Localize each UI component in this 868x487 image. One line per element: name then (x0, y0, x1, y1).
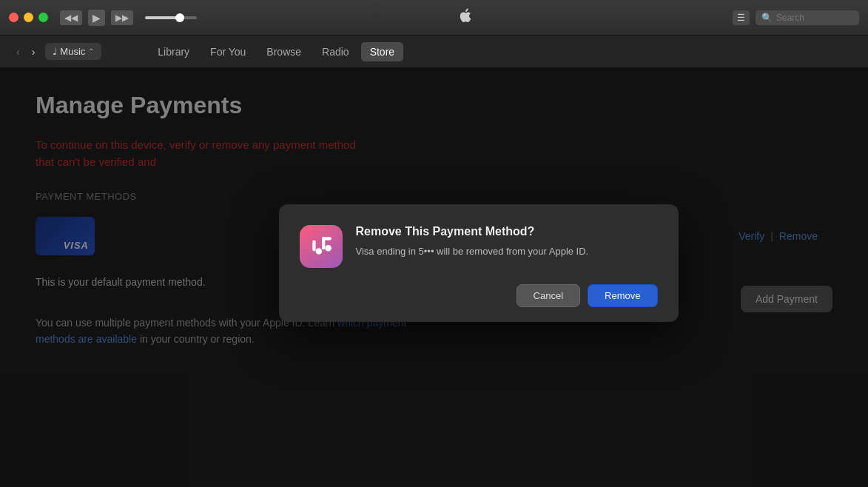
traffic-lights (9, 13, 48, 22)
music-app-icon (300, 225, 343, 268)
nav-library[interactable]: Library (149, 42, 198, 61)
search-icon: 🔍 (761, 13, 773, 23)
search-input[interactable] (776, 13, 850, 23)
skip-forward-button[interactable]: ▶▶ (111, 10, 133, 25)
maximize-button[interactable] (38, 13, 48, 22)
music-selector-label: Music (60, 46, 85, 57)
chevron-down-icon: ⌃ (88, 47, 94, 56)
dialog-message: Visa ending in 5••• will be removed from… (356, 244, 658, 259)
svg-rect-3 (312, 240, 315, 251)
music-note-icon: ♩ (53, 46, 57, 57)
play-button[interactable]: ▶ (88, 10, 105, 26)
svg-point-1 (325, 244, 332, 251)
nav-for-you[interactable]: For You (201, 42, 255, 61)
playback-prev-next: ◀◀ ▶ ▶▶ (60, 10, 197, 26)
minimize-button[interactable] (24, 13, 33, 22)
list-view-button[interactable]: ☰ (733, 10, 750, 25)
nav-browse[interactable]: Browse (258, 42, 310, 61)
skip-back-button[interactable]: ◀◀ (60, 10, 82, 25)
nav-store[interactable]: Store (361, 42, 403, 61)
nav-links: Library For You Browse Radio Store (149, 42, 403, 61)
dialog-title: Remove This Payment Method? (356, 225, 658, 238)
dialog-cancel-button[interactable]: Cancel (517, 284, 580, 307)
remove-payment-dialog: Remove This Payment Method? Visa ending … (279, 204, 679, 322)
close-button[interactable] (9, 13, 18, 22)
search-bar[interactable]: 🔍 (756, 10, 859, 25)
nav-radio[interactable]: Radio (313, 42, 358, 61)
nav-bar: ‹ › ♩ Music ⌃ Library For You Browse Rad… (0, 36, 868, 68)
music-selector[interactable]: ♩ Music ⌃ (45, 43, 101, 60)
svg-point-0 (315, 248, 322, 255)
volume-slider[interactable] (145, 16, 197, 19)
svg-rect-4 (322, 237, 332, 240)
title-bar: ◀◀ ▶ ▶▶ ☰ 🔍 (0, 0, 868, 36)
dialog-remove-button[interactable]: Remove (588, 284, 657, 307)
dialog-body: Remove This Payment Method? Visa ending … (356, 225, 658, 259)
forward-arrow[interactable]: › (27, 43, 40, 61)
main-content: Manage Payments To continue on this devi… (0, 68, 868, 487)
dialog-content: Remove This Payment Method? Visa ending … (300, 225, 658, 268)
dialog-buttons: Cancel Remove (300, 284, 658, 307)
dialog-overlay: Remove This Payment Method? Visa ending … (0, 68, 868, 487)
back-arrow[interactable]: ‹ (12, 43, 24, 61)
apple-logo (197, 7, 733, 27)
